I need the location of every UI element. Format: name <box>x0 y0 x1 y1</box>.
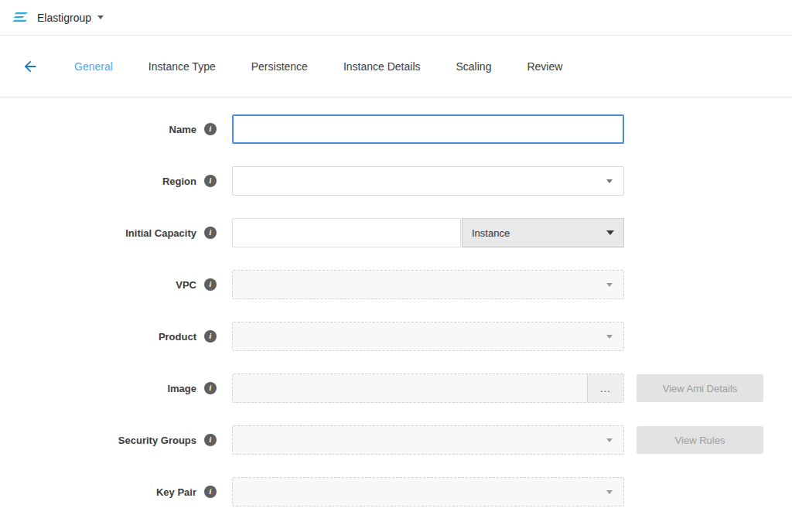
general-form: Name i Region i Initial Capacit <box>0 97 792 506</box>
tab-persistence[interactable]: Persistence <box>251 60 308 73</box>
capacity-unit-value: Instance <box>472 227 510 239</box>
app-window: Elastigroup General Instance Type Persis… <box>0 0 792 532</box>
spotinst-logo-icon <box>12 12 29 23</box>
tabs: General Instance Type Persistence Instan… <box>74 60 562 73</box>
chevron-down-icon <box>606 179 613 183</box>
key-pair-label: Key Pair <box>156 486 196 498</box>
info-icon[interactable]: i <box>204 278 217 291</box>
name-label-cell: Name i <box>0 123 217 135</box>
form-row-image: Image i ... View Ami Details <box>0 373 792 403</box>
vpc-label: VPC <box>176 279 196 291</box>
image-input[interactable] <box>233 374 587 402</box>
tab-scaling[interactable]: Scaling <box>456 60 492 73</box>
wizard-tab-bar: General Instance Type Persistence Instan… <box>0 36 792 97</box>
region-label-cell: Region i <box>0 175 217 187</box>
view-rules-button[interactable]: View Rules <box>637 426 763 454</box>
info-icon[interactable]: i <box>204 486 217 498</box>
tab-general[interactable]: General <box>74 60 113 73</box>
image-label: Image <box>167 383 196 394</box>
info-icon[interactable]: i <box>204 227 217 239</box>
tab-review[interactable]: Review <box>527 60 562 73</box>
region-label: Region <box>162 176 196 187</box>
image-label-cell: Image i <box>0 382 217 394</box>
app-title[interactable]: Elastigroup <box>37 12 91 24</box>
info-icon[interactable]: i <box>204 175 217 187</box>
security-groups-label-cell: Security Groups i <box>0 434 217 446</box>
product-label: Product <box>159 331 196 343</box>
initial-capacity-label: Initial Capacity <box>125 227 196 239</box>
form-row-security-groups: Security Groups i View Rules <box>0 425 792 455</box>
form-row-initial-capacity: Initial Capacity i Instance <box>0 218 792 247</box>
form-row-key-pair: Key Pair i <box>0 477 792 506</box>
vpc-label-cell: VPC i <box>0 278 217 291</box>
initial-capacity-input[interactable] <box>232 218 461 247</box>
chevron-down-icon <box>606 490 613 494</box>
key-pair-label-cell: Key Pair i <box>0 486 217 498</box>
name-label: Name <box>169 124 196 135</box>
image-field: ... <box>232 373 624 403</box>
image-browse-button[interactable]: ... <box>587 374 623 402</box>
chevron-down-icon <box>606 283 613 287</box>
vpc-select[interactable] <box>232 270 624 299</box>
back-button[interactable] <box>20 56 40 77</box>
form-row-name: Name i <box>0 114 792 144</box>
form-row-vpc: VPC i <box>0 270 792 299</box>
security-groups-select[interactable] <box>232 425 624 455</box>
product-label-cell: Product i <box>0 330 217 343</box>
tab-instance-details[interactable]: Instance Details <box>343 60 421 73</box>
form-row-region: Region i <box>0 166 792 196</box>
info-icon[interactable]: i <box>204 330 217 343</box>
initial-capacity-label-cell: Initial Capacity i <box>0 227 217 239</box>
tab-instance-type[interactable]: Instance Type <box>148 60 216 73</box>
info-icon[interactable]: i <box>204 434 217 446</box>
chevron-down-icon[interactable] <box>97 15 104 19</box>
chevron-down-icon <box>606 230 614 235</box>
view-ami-details-button[interactable]: View Ami Details <box>637 374 763 402</box>
chevron-down-icon <box>606 438 613 442</box>
info-icon[interactable]: i <box>204 382 217 394</box>
chevron-down-icon <box>606 335 613 339</box>
name-input[interactable] <box>232 114 624 144</box>
capacity-unit-select[interactable]: Instance <box>462 218 624 247</box>
form-row-product: Product i <box>0 322 792 351</box>
keypair-select[interactable] <box>232 477 624 506</box>
top-bar: Elastigroup <box>0 0 792 36</box>
info-icon[interactable]: i <box>204 123 217 135</box>
region-select[interactable] <box>232 166 624 196</box>
product-select[interactable] <box>232 322 624 351</box>
security-groups-label: Security Groups <box>118 435 196 446</box>
